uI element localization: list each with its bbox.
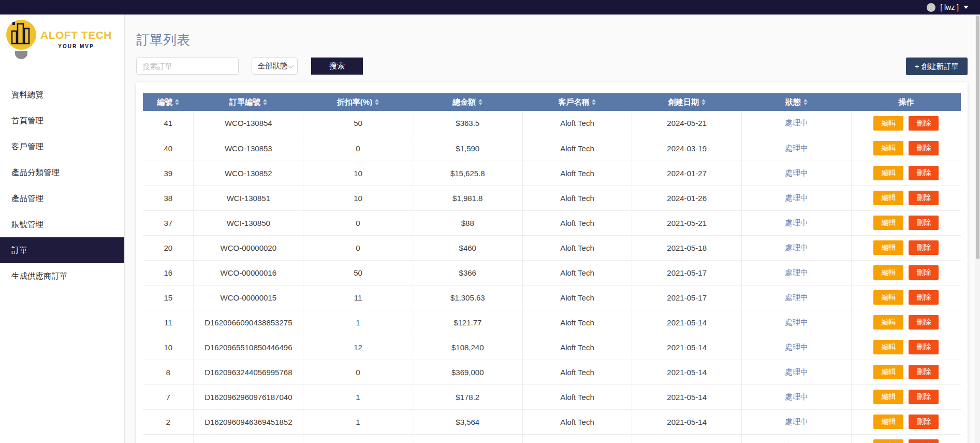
status-link[interactable]: 處理中	[785, 168, 808, 177]
delete-button[interactable]: 刪除	[909, 315, 939, 330]
edit-button[interactable]: 編輯	[873, 365, 903, 379]
row-discount: 12	[303, 335, 413, 360]
page-title: 訂單列表	[136, 31, 968, 49]
edit-button[interactable]: 編輯	[873, 390, 903, 404]
status-link[interactable]: 處理中	[785, 218, 808, 227]
status-link[interactable]: 處理中	[785, 243, 808, 252]
lightbulb-logo-icon	[5, 18, 37, 67]
edit-button[interactable]: 編輯	[873, 265, 903, 280]
sort-icon[interactable]	[592, 99, 596, 105]
column-header-2[interactable]: 折扣率(%)	[303, 93, 413, 111]
row-customer: Aloft Tech	[522, 360, 632, 384]
column-header-3[interactable]: 總金額	[413, 93, 522, 111]
search-input[interactable]	[136, 58, 239, 75]
edit-button[interactable]: 編輯	[873, 116, 903, 131]
sidebar-item-5[interactable]: 賬號管理	[0, 211, 124, 237]
column-header-0[interactable]: 編號	[143, 93, 194, 111]
column-header-1[interactable]: 訂單編號	[194, 93, 303, 111]
row-order-no: D1620966090438853275	[194, 310, 303, 335]
create-order-button[interactable]: + 創建新訂單	[906, 58, 968, 75]
edit-button[interactable]: 編輯	[873, 166, 903, 180]
delete-button[interactable]: 刪除	[909, 340, 939, 354]
column-header-4[interactable]: 客戶名稱	[522, 93, 632, 111]
search-button[interactable]: 搜索	[311, 58, 363, 75]
edit-button[interactable]: 編輯	[873, 439, 903, 443]
delete-button[interactable]: 刪除	[909, 191, 939, 205]
delete-button[interactable]: 刪除	[909, 141, 939, 155]
column-label: 編號	[157, 97, 172, 107]
user-menu[interactable]: [ lwz ]	[927, 3, 969, 12]
sort-icon[interactable]	[175, 99, 179, 105]
table-row: 11D16209660904388532751$121.77Aloft Tech…	[143, 310, 961, 335]
sidebar-item-0[interactable]: 資料總覽	[0, 82, 124, 108]
status-link[interactable]: 處理中	[785, 268, 808, 277]
vertical-scrollbar[interactable]	[975, 15, 980, 443]
edit-button[interactable]: 編輯	[873, 216, 903, 230]
row-total: $347,714	[413, 434, 522, 443]
row-order-no: WCO-130852	[194, 161, 303, 185]
sidebar-item-2[interactable]: 客戶管理	[0, 134, 124, 160]
row-total: $363.5	[413, 111, 522, 136]
row-actions-cell: 編輯刪除	[851, 260, 961, 285]
row-order-no: D1620963244056995768	[194, 360, 303, 384]
delete-button[interactable]: 刪除	[909, 116, 939, 131]
row-discount: 10	[303, 185, 413, 210]
row-discount: 11	[303, 285, 413, 310]
sidebar-item-1[interactable]: 首頁管理	[0, 108, 124, 134]
caret-down-icon	[963, 6, 969, 9]
edit-button[interactable]: 編輯	[873, 340, 903, 354]
edit-button[interactable]: 編輯	[873, 141, 903, 155]
delete-button[interactable]: 刪除	[909, 365, 939, 379]
sort-icon[interactable]	[803, 99, 808, 105]
row-total: $88	[413, 210, 522, 235]
row-id: 40	[143, 136, 194, 161]
status-link[interactable]: 處理中	[785, 118, 808, 127]
delete-button[interactable]: 刪除	[909, 216, 939, 230]
edit-button[interactable]: 編輯	[873, 290, 903, 305]
status-link[interactable]: 處理中	[785, 318, 808, 326]
status-link[interactable]: 處理中	[785, 193, 808, 202]
delete-button[interactable]: 刪除	[909, 290, 939, 305]
column-label: 客戶名稱	[558, 97, 589, 107]
status-link[interactable]: 處理中	[785, 293, 808, 302]
sidebar-item-6[interactable]: 訂單	[0, 237, 124, 263]
edit-button[interactable]: 編輯	[873, 240, 903, 255]
row-id: 10	[143, 335, 194, 360]
sidebar-item-7[interactable]: 生成供應商訂單	[0, 263, 124, 289]
status-link[interactable]: 處理中	[785, 342, 808, 351]
status-link[interactable]: 處理中	[785, 392, 808, 401]
row-id: 38	[143, 185, 194, 210]
filter-row: 全部狀態 搜索 + 創建新訂單	[136, 58, 968, 75]
row-id: 41	[143, 111, 194, 136]
sort-icon[interactable]	[701, 99, 706, 105]
status-link[interactable]: 處理中	[785, 417, 808, 426]
row-order-no: WCI-130850	[194, 210, 303, 235]
sort-icon[interactable]	[478, 99, 482, 105]
row-total: $3,564	[413, 409, 522, 434]
status-link[interactable]: 處理中	[785, 367, 808, 376]
column-header-5[interactable]: 創建日期	[632, 93, 742, 111]
row-id: 1	[143, 434, 194, 443]
edit-button[interactable]: 編輯	[873, 191, 903, 205]
delete-button[interactable]: 刪除	[909, 166, 939, 180]
edit-button[interactable]: 編輯	[873, 415, 903, 429]
delete-button[interactable]: 刪除	[909, 390, 939, 404]
delete-button[interactable]: 刪除	[909, 240, 939, 255]
column-header-6[interactable]: 狀態	[742, 93, 852, 111]
status-filter-select[interactable]: 全部狀態	[252, 58, 298, 75]
sort-icon[interactable]	[263, 99, 267, 105]
row-actions-cell: 編輯刪除	[851, 136, 961, 161]
delete-button[interactable]: 刪除	[909, 439, 939, 443]
table-row: 15WCO-0000001511$1,305.63Aloft Tech2021-…	[143, 285, 961, 310]
delete-button[interactable]: 刪除	[909, 415, 939, 429]
scrollbar-thumb[interactable]	[976, 16, 979, 259]
sidebar-item-4[interactable]: 產品管理	[0, 185, 124, 211]
delete-button[interactable]: 刪除	[909, 265, 939, 280]
sort-icon[interactable]	[375, 99, 379, 105]
row-total: $178.2	[413, 384, 522, 409]
row-discount: 50	[303, 111, 413, 136]
edit-button[interactable]: 編輯	[873, 315, 903, 330]
sidebar-item-3[interactable]: 產品分類管理	[0, 160, 124, 185]
row-order-no: D1620901964033180998	[194, 434, 303, 443]
status-link[interactable]: 處理中	[785, 144, 808, 152]
